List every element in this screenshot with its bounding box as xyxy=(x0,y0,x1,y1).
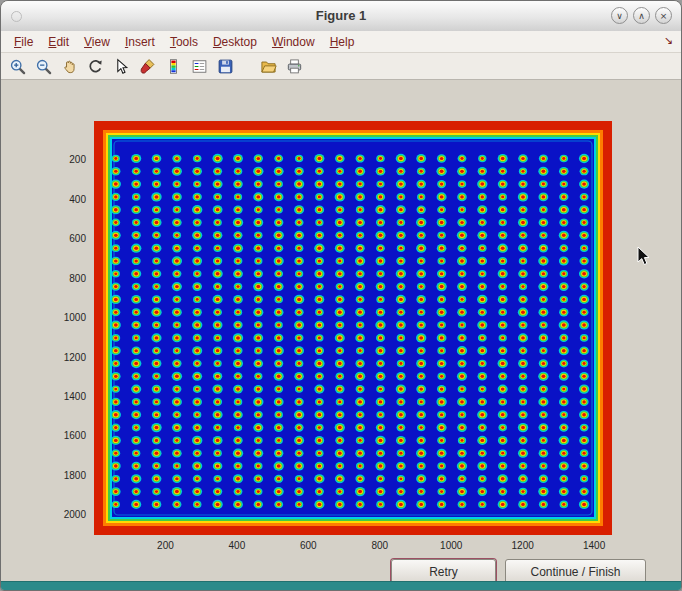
x-tick-label: 600 xyxy=(288,540,328,551)
x-tick-label: 1400 xyxy=(574,540,614,551)
menu-item-edit[interactable]: Edit xyxy=(41,33,76,51)
open-file-button[interactable] xyxy=(258,56,279,77)
colorbar-icon xyxy=(165,58,182,75)
brush-button[interactable] xyxy=(137,56,158,77)
x-tick-label: 1000 xyxy=(431,540,471,551)
window-title: Figure 1 xyxy=(1,8,681,23)
y-tick-label: 1000 xyxy=(44,312,86,323)
x-tick-label: 1200 xyxy=(503,540,543,551)
menu-item-view[interactable]: View xyxy=(77,33,117,51)
print-figure-button[interactable] xyxy=(284,56,305,77)
figure-window: Figure 1 ∨ ∧ × File Edit View Insert Too… xyxy=(0,0,682,591)
x-tick-label: 400 xyxy=(217,540,257,551)
hand-icon xyxy=(61,58,78,75)
zoom-out-icon xyxy=(35,58,52,75)
figure-toolbar xyxy=(1,53,681,80)
zoom-in-button[interactable] xyxy=(7,56,28,77)
figure-canvas: Retry Continue / Finish 2004006008001000… xyxy=(1,80,681,582)
continue-finish-button[interactable]: Continue / Finish xyxy=(505,559,646,582)
menu-overflow-icon[interactable]: ↘ xyxy=(664,34,673,47)
window-bottom-edge xyxy=(1,581,681,590)
data-cursor-icon xyxy=(113,58,130,75)
plate-heatmap-image[interactable] xyxy=(94,121,612,535)
rotate-3d-icon xyxy=(87,58,104,75)
save-icon xyxy=(217,58,234,75)
save-figure-button[interactable] xyxy=(215,56,236,77)
menubar: File Edit View Insert Tools Desktop Wind… xyxy=(1,31,681,53)
rotate-3d-button[interactable] xyxy=(85,56,106,77)
menu-item-insert[interactable]: Insert xyxy=(118,33,162,51)
y-tick-label: 1200 xyxy=(44,352,86,363)
pan-button[interactable] xyxy=(59,56,80,77)
y-tick-label: 2000 xyxy=(44,509,86,520)
y-tick-label: 600 xyxy=(44,233,86,244)
open-folder-icon xyxy=(260,58,277,75)
data-cursor-button[interactable] xyxy=(111,56,132,77)
y-tick-label: 1600 xyxy=(44,430,86,441)
y-tick-label: 800 xyxy=(44,273,86,284)
y-tick-label: 200 xyxy=(44,154,86,165)
menu-item-desktop[interactable]: Desktop xyxy=(206,33,264,51)
brush-icon xyxy=(139,58,156,75)
titlebar[interactable]: Figure 1 ∨ ∧ × xyxy=(1,1,681,32)
y-tick-label: 400 xyxy=(44,194,86,205)
mouse-cursor xyxy=(637,246,651,268)
legend-icon xyxy=(191,58,208,75)
insert-colorbar-button[interactable] xyxy=(163,56,184,77)
menu-item-help[interactable]: Help xyxy=(323,33,362,51)
insert-legend-button[interactable] xyxy=(189,56,210,77)
y-tick-label: 1400 xyxy=(44,391,86,402)
zoom-in-icon xyxy=(9,58,26,75)
x-tick-label: 200 xyxy=(145,540,185,551)
maximize-button[interactable]: ∧ xyxy=(633,7,650,24)
zoom-out-button[interactable] xyxy=(33,56,54,77)
printer-icon xyxy=(286,58,303,75)
shade-button[interactable]: ∨ xyxy=(611,7,628,24)
y-tick-label: 1800 xyxy=(44,470,86,481)
menu-item-file[interactable]: File xyxy=(7,33,40,51)
close-button[interactable]: × xyxy=(655,7,672,24)
x-tick-label: 800 xyxy=(360,540,400,551)
menu-item-tools[interactable]: Tools xyxy=(163,33,205,51)
retry-button[interactable]: Retry xyxy=(391,559,496,582)
menu-item-window[interactable]: Window xyxy=(265,33,322,51)
